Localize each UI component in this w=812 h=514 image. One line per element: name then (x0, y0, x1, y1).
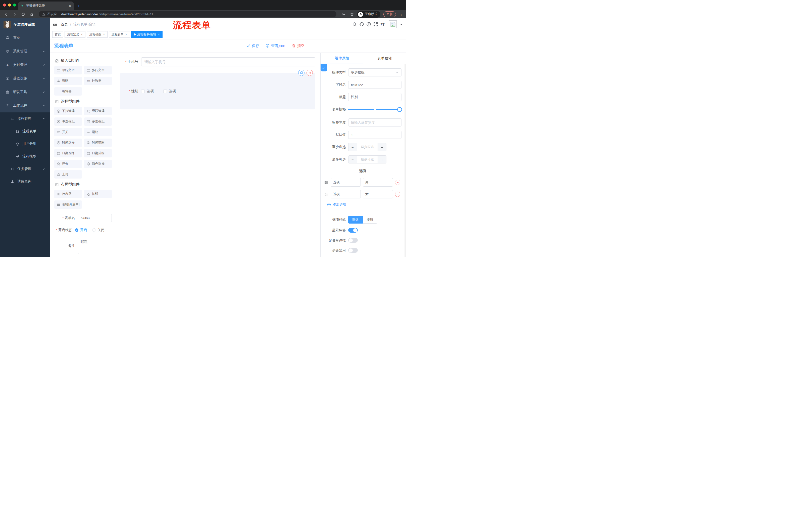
component-switch[interactable]: 开关 (54, 128, 82, 136)
sidebar-item-workflow[interactable]: 工作流程 (0, 99, 50, 112)
gender-option-2[interactable]: 选项二 (163, 89, 179, 93)
remove-option-button[interactable]: − (395, 180, 400, 185)
stepper-minus-button[interactable]: − (348, 156, 357, 163)
phone-field-input[interactable] (141, 57, 315, 66)
status-radio-off[interactable]: 关闭 (92, 228, 105, 232)
remove-option-button[interactable]: − (395, 192, 400, 197)
insecure-warning-icon[interactable] (42, 12, 46, 16)
tag-process-form[interactable]: 流程表单✕ (109, 31, 129, 38)
new-tab-button[interactable]: + (77, 3, 80, 9)
browser-tab[interactable]: 芋道管理系统 ✕ (18, 1, 74, 10)
label-width-input[interactable] (348, 118, 402, 127)
tab-form-props[interactable]: 表单属性 (363, 53, 406, 64)
sidebar-item-system[interactable]: 系统管理 (0, 45, 50, 58)
gender-option-1[interactable]: 选项一 (141, 89, 157, 93)
component-dropdown[interactable]: 下拉选择 (54, 107, 82, 115)
option-label-input[interactable] (330, 178, 361, 187)
tag-home[interactable]: 首页 (52, 31, 63, 38)
stepper-value[interactable]: 最多可选 (357, 156, 378, 163)
component-button[interactable]: 按钮 (84, 190, 112, 198)
title-input[interactable] (348, 93, 402, 101)
stepper-plus-button[interactable]: + (378, 156, 386, 163)
component-slider[interactable]: 滑块 (84, 128, 112, 136)
github-icon[interactable] (359, 22, 364, 27)
component-upload[interactable]: 上传 (54, 170, 82, 179)
style-default-button[interactable]: 默认 (348, 216, 363, 223)
checkbox-icon[interactable] (141, 89, 145, 93)
tab-close-icon[interactable]: ✕ (68, 4, 71, 8)
slider-track[interactable] (348, 109, 402, 110)
sidebar-item-user-group[interactable]: 用户分组 (0, 138, 50, 150)
sidebar-collapse-icon[interactable] (53, 22, 57, 27)
component-editor[interactable]: 编辑器 (54, 87, 82, 96)
field-name-input[interactable] (348, 81, 402, 89)
show-label-toggle[interactable] (348, 228, 358, 233)
sidebar-item-task-mgmt[interactable]: 任务管理 (0, 163, 50, 175)
option-value-input[interactable] (363, 178, 393, 187)
breadcrumb-home[interactable]: 首页 (61, 22, 68, 27)
component-checkbox-group[interactable]: 多选框组 (84, 117, 112, 126)
component-single-line-text[interactable]: 单行文本 (54, 66, 82, 75)
checkbox-icon[interactable] (163, 89, 167, 93)
minimize-window-button[interactable] (8, 3, 11, 6)
sidebar-item-infra[interactable]: 基础设施 (0, 72, 50, 85)
address-bar[interactable]: 不安全 dashboard.yudao.iocoder.cn/bpm/manag… (39, 11, 337, 17)
component-counter[interactable]: 123计数器 (84, 77, 112, 85)
fullscreen-icon[interactable] (373, 22, 378, 27)
drag-handle-icon[interactable] (324, 180, 329, 185)
clear-button[interactable]: 清空 (292, 44, 304, 48)
disabled-toggle[interactable] (348, 248, 358, 253)
style-button-button[interactable]: 按钮 (363, 216, 377, 223)
stepper-value[interactable]: 至少应选 (357, 143, 378, 151)
option-value-input[interactable] (363, 190, 393, 198)
tag-process-definition[interactable]: 流程定义✕ (64, 31, 85, 38)
component-date-picker[interactable]: 日期选择 (54, 149, 82, 157)
border-toggle[interactable] (348, 238, 358, 243)
font-size-icon[interactable]: TT (380, 22, 385, 27)
browser-update-button[interactable]: 更新 (383, 11, 396, 17)
close-window-button[interactable] (3, 3, 6, 6)
stepper-plus-button[interactable]: + (378, 143, 386, 151)
slider-handle[interactable] (397, 107, 402, 112)
tag-process-model[interactable]: 流程模型✕ (87, 31, 108, 38)
save-button[interactable]: 保存 (246, 44, 259, 48)
component-date-range[interactable]: 日期范围 (84, 149, 112, 157)
component-cascader[interactable]: 级联选择 (84, 107, 112, 115)
link-tag[interactable] (321, 64, 327, 72)
canvas-field-gender-selected[interactable]: 性别 选项一 选项二 (120, 73, 315, 109)
component-time-range[interactable]: 时间范围 (84, 139, 112, 147)
component-multi-line-text[interactable]: 多行文本 (84, 66, 112, 75)
stepper-minus-button[interactable]: − (348, 143, 357, 151)
avatar-caret-icon[interactable] (400, 24, 403, 25)
tag-close-icon[interactable]: ✕ (81, 33, 83, 36)
component-password[interactable]: 密码 (54, 77, 82, 85)
tab-component-props[interactable]: 组件属性 (321, 53, 363, 64)
component-radio-group[interactable]: 单选框组 (54, 117, 82, 126)
canvas-field-phone[interactable]: 手机号 (120, 57, 315, 66)
sidebar-item-leave-query[interactable]: 请假查询 (0, 175, 50, 188)
component-time-picker[interactable]: 时间选择 (54, 139, 82, 147)
view-json-button[interactable]: 查看json (266, 44, 285, 48)
default-value-input[interactable] (348, 131, 402, 139)
copy-field-button[interactable] (298, 70, 304, 76)
form-canvas[interactable]: 手机号 性别 选项一 (115, 53, 320, 257)
drag-handle-icon[interactable] (324, 192, 329, 196)
forward-icon[interactable] (12, 12, 17, 16)
avatar[interactable] (389, 20, 397, 28)
form-grid-slider[interactable] (348, 105, 402, 113)
maximize-window-button[interactable] (13, 3, 16, 6)
tag-process-form-edit[interactable]: 流程表单-编辑✕ (131, 31, 163, 38)
url-text[interactable]: dashboard.yudao.iocoder.cn/bpm/manager/f… (61, 12, 153, 16)
tag-close-icon[interactable]: ✕ (158, 33, 160, 36)
component-type-select[interactable]: 多选框组 (348, 69, 402, 77)
bookmark-star-icon[interactable] (350, 12, 354, 16)
form-remark-textarea[interactable]: 嘿嘿 (78, 238, 115, 254)
home-icon[interactable] (30, 12, 34, 16)
back-icon[interactable] (4, 12, 8, 16)
browser-menu-icon[interactable]: ⋮ (400, 13, 403, 15)
security-label[interactable]: 不安全 (48, 12, 57, 16)
component-row-container[interactable]: 行容器 (54, 190, 82, 198)
tag-close-icon[interactable]: ✕ (103, 33, 105, 36)
sidebar-item-home[interactable]: 首页 (0, 31, 50, 45)
add-option-button[interactable]: 添加选项 (327, 202, 402, 207)
